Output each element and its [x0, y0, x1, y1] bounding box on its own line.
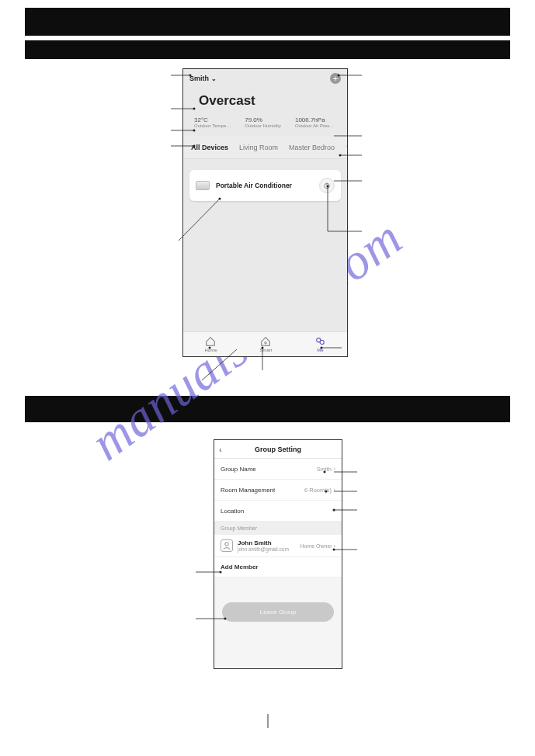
section-header-bar-1: [25, 40, 510, 59]
page-title: Group Setting: [255, 446, 301, 453]
group-name-value: Smith: [317, 466, 332, 473]
tab-master-bedroom[interactable]: Master Bedroo: [289, 144, 335, 151]
nav-home[interactable]: Home: [204, 336, 217, 352]
room-tabs: All Devices Living Room Master Bedroo ⋯: [183, 136, 347, 159]
device-icon: [196, 181, 210, 190]
add-button[interactable]: +: [330, 73, 341, 84]
nav-smart[interactable]: Smart: [259, 336, 272, 352]
bottom-nav: Home Smart Me: [183, 331, 347, 356]
device-name: Portable Air Conditioner: [216, 182, 313, 189]
device-card[interactable]: Portable Air Conditioner: [189, 170, 341, 201]
home-selector[interactable]: Smith ⌄: [189, 75, 217, 82]
svg-point-4: [320, 340, 324, 344]
group-name-label: Group Name: [221, 466, 256, 473]
stat-humidity: 79.0% Outdoor Humidity: [245, 116, 281, 128]
avatar-icon: [221, 539, 233, 552]
home-name-label: Smith: [189, 75, 209, 82]
member-email: john.smith@gmail.com: [238, 546, 289, 552]
weather-condition: Overcast: [199, 93, 255, 109]
member-name: John Smith: [238, 539, 289, 546]
phone-home-screen: Smith ⌄ + Overcast 32°C Outdoor Tempe… 7…: [182, 68, 348, 357]
svg-point-5: [225, 543, 228, 546]
stat-temperature: 32°C Outdoor Tempe…: [194, 116, 231, 128]
row-room-management[interactable]: Room Management 6 Room(s)›: [214, 480, 342, 501]
chevron-right-icon: ›: [333, 486, 335, 494]
stat-pressure: 1006.7hPa Outdoor Air Pres…: [295, 116, 334, 128]
leave-group-button[interactable]: Leave Group: [222, 602, 334, 622]
location-label: Location: [221, 508, 244, 515]
nav-me[interactable]: Me: [314, 336, 325, 352]
footer-divider: [267, 714, 268, 728]
page-header-bar: [25, 8, 510, 36]
svg-point-2: [265, 342, 267, 344]
group-setting-header: ‹ Group Setting: [214, 440, 342, 459]
tab-living-room[interactable]: Living Room: [239, 144, 278, 151]
add-member-button[interactable]: Add Member: [214, 557, 342, 577]
group-member-section: Group Member: [214, 522, 342, 535]
room-mgmt-value: 6 Room(s): [304, 487, 332, 494]
more-rooms-icon[interactable]: ⋯: [346, 142, 347, 152]
back-icon[interactable]: ‹: [219, 445, 222, 454]
member-row[interactable]: John Smith john.smith@gmail.com Home Own…: [214, 535, 342, 557]
section-header-bar-2: [25, 396, 510, 422]
chevron-down-icon: ⌄: [211, 75, 217, 82]
room-mgmt-label: Room Management: [221, 487, 275, 494]
member-role: Home Owner: [300, 543, 332, 549]
phone-group-setting: ‹ Group Setting Group Name Smith› Room M…: [214, 439, 342, 669]
power-button[interactable]: [319, 178, 335, 193]
chevron-right-icon: ›: [333, 507, 335, 515]
chevron-right-icon: ›: [333, 465, 335, 473]
chevron-right-icon: ›: [334, 543, 335, 549]
row-group-name[interactable]: Group Name Smith›: [214, 459, 342, 480]
tab-all-devices[interactable]: All Devices: [191, 144, 228, 151]
row-location[interactable]: Location ›: [214, 501, 342, 522]
